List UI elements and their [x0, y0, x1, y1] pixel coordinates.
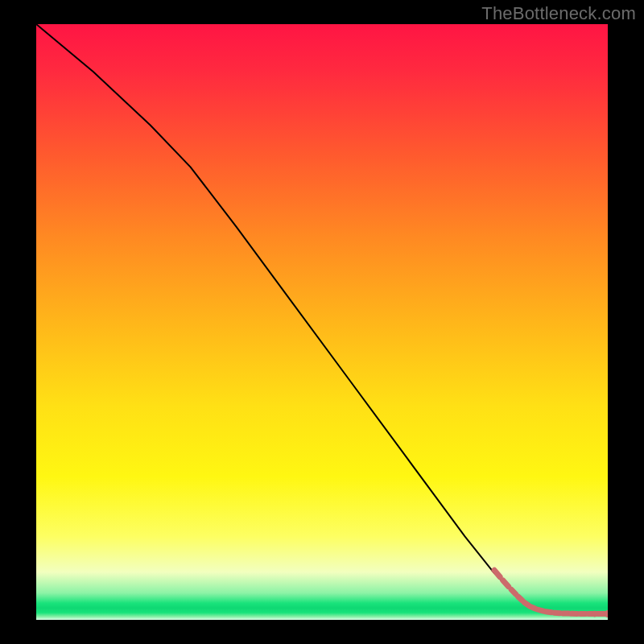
marker-dot: [592, 611, 598, 617]
marker-dash: [530, 606, 535, 608]
marker-dash: [546, 612, 551, 613]
marker-dash: [494, 570, 500, 576]
curve-svg: [36, 24, 608, 620]
marker-dash: [503, 580, 509, 587]
bottleneck-line: [36, 24, 608, 614]
marker-dash: [537, 609, 543, 611]
plot-area: [36, 24, 608, 620]
marker-dash: [511, 589, 516, 594]
marker-dash: [524, 602, 528, 605]
chart-frame: TheBottleneck.com: [0, 0, 644, 644]
marker-dash: [518, 597, 522, 601]
marker-dash: [555, 613, 560, 613]
watermark-text: TheBottleneck.com: [481, 3, 636, 24]
